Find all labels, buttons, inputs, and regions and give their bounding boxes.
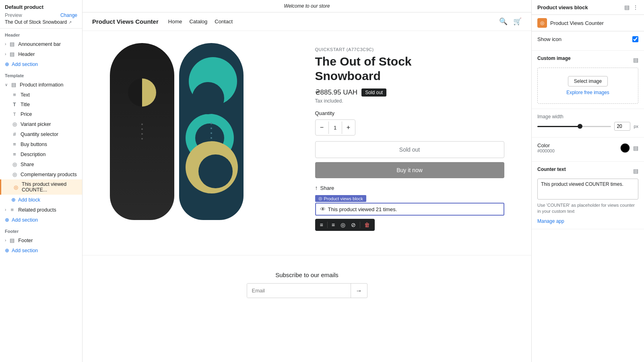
footer-label: Footer xyxy=(18,238,77,243)
rs-grid-icon[interactable]: ▤ xyxy=(624,4,630,10)
counter-hint: Use 'COUNTER' as placeholder for views c… xyxy=(537,202,638,215)
text-icon: ≡ xyxy=(11,92,18,98)
add-header-section[interactable]: ⊕ Add section xyxy=(0,59,82,69)
custom-image-dropzone: Select image Explore free images xyxy=(537,68,638,104)
header-section-label: Header xyxy=(0,29,82,39)
nav-catalog[interactable]: Catalog xyxy=(189,19,207,25)
rs-product-icon: ◎ xyxy=(537,18,547,28)
text-label: Text xyxy=(21,92,77,98)
toolbar-sep1 xyxy=(327,222,328,228)
qty-value: 1 xyxy=(328,121,342,134)
color-row: Color #000000 ▤ xyxy=(537,142,638,153)
custom-image-reset-icon[interactable]: ▤ xyxy=(633,57,638,63)
store-nav: Product Views Counter Home Catalog Conta… xyxy=(83,12,531,31)
sidebar-item-related-products[interactable]: › ≡ Related products xyxy=(0,205,82,215)
toolbar-text-btn[interactable]: ≡ xyxy=(330,221,336,229)
nav-icons: 🔍 🛒 xyxy=(499,17,522,26)
product-views-content[interactable]: 👁 This product viewed 21 times. xyxy=(315,203,504,216)
add-block-icon: ⊕ xyxy=(11,197,16,203)
counter-text-reset-icon[interactable]: ▤ xyxy=(633,168,638,174)
price-settings-btn[interactable]: ⚙ xyxy=(73,112,77,117)
announcement-bar-label: Announcement bar xyxy=(18,41,77,47)
tax-text: Tax included. xyxy=(315,98,504,104)
toolbar-align-btn[interactable]: ≡ xyxy=(318,221,325,229)
views-badge-text: Product views block xyxy=(324,196,363,201)
add-block[interactable]: ⊕ Add block xyxy=(0,195,82,205)
color-reset-icon[interactable]: ▤ xyxy=(633,145,638,151)
add-block-label: Add block xyxy=(18,197,40,203)
buy-now-button[interactable]: Buy it now xyxy=(315,162,504,178)
snowboard-image-right xyxy=(179,43,244,220)
color-value: #000000 xyxy=(537,148,555,153)
rs-dots-icon[interactable]: ⋮ xyxy=(633,4,638,10)
sidebar-item-buy-buttons[interactable]: ≡ Buy buttons xyxy=(0,139,82,149)
sidebar-item-product-info[interactable]: ∨ ▤ Product information xyxy=(0,80,82,90)
store-frame: Product Views Counter Home Catalog Conta… xyxy=(83,12,531,362)
image-width-unit: px xyxy=(634,124,638,129)
toolbar-duplicate-btn[interactable]: ⊘ xyxy=(349,221,357,229)
price-icon: T xyxy=(11,112,18,117)
sidebar-item-text[interactable]: ≡ Text xyxy=(0,90,82,100)
external-link-icon: ↗ xyxy=(68,20,72,25)
explore-images-link[interactable]: Explore free images xyxy=(566,90,609,95)
sidebar-item-header[interactable]: › ▤ Header xyxy=(0,49,82,59)
add-template-label: Add section xyxy=(12,217,38,223)
color-swatch[interactable] xyxy=(620,143,630,153)
sidebar-item-product-views[interactable]: ◎ This product viewed COUNTE... xyxy=(0,179,82,195)
add-footer-section[interactable]: ⊕ Add section xyxy=(0,245,82,255)
add-footer-label: Add section xyxy=(12,248,38,253)
change-button[interactable]: Change xyxy=(60,12,77,18)
email-input[interactable] xyxy=(247,284,351,298)
toolbar-settings-btn[interactable]: ◎ xyxy=(339,221,347,229)
buy-label: Buy buttons xyxy=(21,142,77,147)
qty-hide-btn[interactable]: 👁 xyxy=(67,132,72,137)
views-eye-icon: 👁 xyxy=(320,206,326,212)
add-template-section[interactable]: ⊕ Add section xyxy=(0,215,82,225)
product-title: The Out of Stock Snowboard xyxy=(315,54,504,83)
views-badge-icon: ◎ xyxy=(318,196,322,201)
views-text: This product viewed 21 times. xyxy=(328,206,397,212)
sidebar-item-announcement-bar[interactable]: › ▤ Announcement bar xyxy=(0,39,82,49)
sidebar-item-quantity-selector[interactable]: # Quantity selector 👁 ⚙ xyxy=(0,129,82,139)
header-icon: ▤ xyxy=(9,51,15,57)
search-icon[interactable]: 🔍 xyxy=(499,17,508,26)
qty-settings-btn[interactable]: ⚙ xyxy=(73,132,77,137)
sidebar-item-description[interactable]: ≡ Description xyxy=(0,149,82,159)
counter-text-area[interactable]: This product viewed COUNTER times. xyxy=(537,179,638,200)
toolbar-sep2 xyxy=(360,222,360,228)
sidebar-item-variant-picker[interactable]: ◎ Variant picker xyxy=(0,119,82,129)
manage-app-link[interactable]: Manage app xyxy=(537,218,564,224)
variant-icon: ◎ xyxy=(11,121,18,127)
qty-decrease-btn[interactable]: − xyxy=(316,120,328,135)
nav-contact[interactable]: Contact xyxy=(215,19,233,25)
qty-increase-btn[interactable]: + xyxy=(342,120,355,135)
toolbar-delete-btn[interactable]: 🗑 xyxy=(363,221,372,229)
share-row[interactable]: ↑ Share xyxy=(315,185,504,191)
sidebar-item-footer[interactable]: › ▤ Footer xyxy=(0,235,82,245)
nav-home[interactable]: Home xyxy=(168,19,182,25)
nav-links: Home Catalog Contact xyxy=(168,19,489,25)
comp-label: Complementary products xyxy=(21,172,77,177)
sidebar-item-title[interactable]: T Title xyxy=(0,100,82,109)
qty-control: − 1 + xyxy=(315,119,355,136)
product-link[interactable]: The Out of Stock Snowboard ↗ xyxy=(5,19,77,25)
preview-frame: Product Views Counter Home Catalog Conta… xyxy=(83,12,531,362)
sidebar-item-complementary-products[interactable]: ◎ Complementary products xyxy=(0,169,82,179)
subscribe-title: Subscribe to our emails xyxy=(91,272,523,278)
color-label: Color xyxy=(537,142,555,148)
cart-icon[interactable]: 🛒 xyxy=(513,17,522,26)
price-hide-btn[interactable]: 👁 xyxy=(67,112,72,117)
related-icon: ≡ xyxy=(9,207,15,213)
product-vendor: QUICKSTART (A77C3C9C) xyxy=(315,47,504,52)
select-image-btn[interactable]: Select image xyxy=(568,76,608,86)
rs-image-width-section: Image width px xyxy=(532,109,644,138)
email-submit-btn[interactable]: → xyxy=(351,284,367,298)
image-width-input[interactable] xyxy=(614,122,630,131)
variant-label: Variant picker xyxy=(21,121,77,127)
image-width-slider[interactable] xyxy=(537,126,611,127)
sidebar-item-price[interactable]: T Price 👁 ⚙ xyxy=(0,109,82,119)
show-icon-checkbox[interactable] xyxy=(632,36,638,42)
product-title-line1: The Out of Stock xyxy=(315,55,412,68)
announcement-text: Welcome to our store xyxy=(284,3,330,9)
sidebar-item-share[interactable]: ◎ Share xyxy=(0,159,82,169)
